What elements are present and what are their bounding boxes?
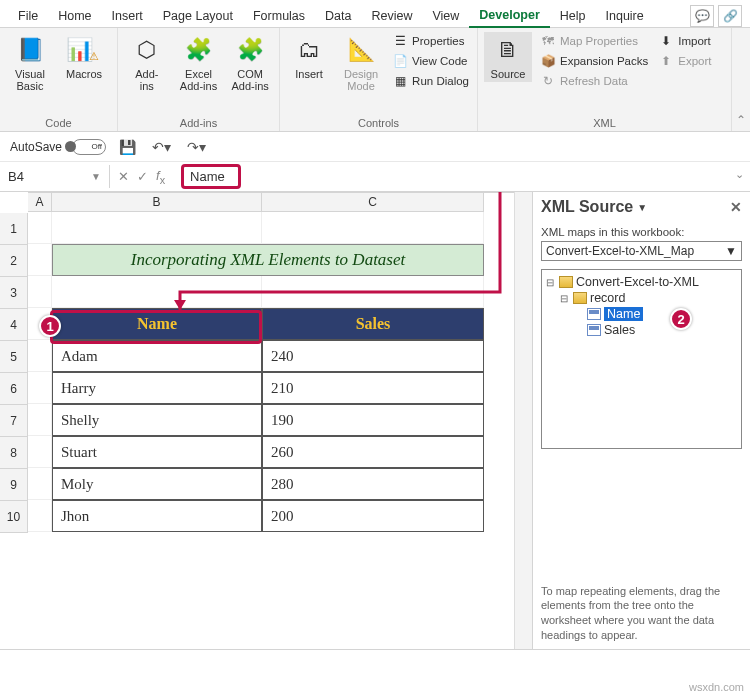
table-cell[interactable]: 200: [262, 500, 484, 532]
group-addins-label: Add-ins: [124, 115, 273, 129]
enter-formula-icon[interactable]: ✓: [137, 169, 148, 184]
addins-button[interactable]: ⬡Add- ins: [124, 32, 170, 94]
map-properties-button[interactable]: 🗺Map Properties: [538, 32, 650, 50]
tab-review[interactable]: Review: [361, 5, 422, 27]
callout-2: 2: [670, 308, 692, 330]
xml-source-pane: XML Source ▼✕ XML maps in this workbook:…: [532, 192, 750, 649]
collapse-ribbon-icon[interactable]: ⌃: [732, 28, 750, 131]
title-cell[interactable]: Incorporating XML Elements to Dataset: [52, 244, 484, 276]
macros-icon: 📊⚠: [68, 34, 100, 66]
tab-insert[interactable]: Insert: [102, 5, 153, 27]
callout-1: 1: [39, 315, 61, 337]
autosave-label: AutoSave: [10, 140, 62, 154]
tab-file[interactable]: File: [8, 5, 48, 27]
com-addins-button[interactable]: 🧩COM Add-ins: [227, 32, 273, 94]
row-header[interactable]: 4: [0, 309, 28, 341]
save-icon[interactable]: 💾: [116, 139, 139, 155]
formula-bar: B4 ▼ ✕ ✓ fx Name ⌄: [0, 162, 750, 192]
header-sales[interactable]: Sales: [262, 308, 484, 340]
close-icon[interactable]: ✕: [730, 199, 742, 215]
cancel-formula-icon[interactable]: ✕: [118, 169, 129, 184]
table-cell[interactable]: 190: [262, 404, 484, 436]
source-icon: 🗎: [492, 34, 524, 66]
export-icon: ⬆: [658, 53, 674, 69]
row-header[interactable]: 10: [0, 501, 28, 533]
row-header[interactable]: 3: [0, 277, 28, 309]
table-cell[interactable]: Harry: [52, 372, 262, 404]
tab-inquire[interactable]: Inquire: [596, 5, 654, 27]
quick-access-toolbar: AutoSave Off 💾 ↶▾ ↷▾: [0, 132, 750, 162]
redo-icon[interactable]: ↷▾: [184, 139, 209, 155]
table-cell[interactable]: Moly: [52, 468, 262, 500]
status-bar: [0, 649, 750, 679]
comments-icon[interactable]: 💬: [690, 5, 714, 27]
map-properties-icon: 🗺: [540, 33, 556, 49]
tab-home[interactable]: Home: [48, 5, 101, 27]
tab-help[interactable]: Help: [550, 5, 596, 27]
table-cell[interactable]: Stuart: [52, 436, 262, 468]
tab-page-layout[interactable]: Page Layout: [153, 5, 243, 27]
excel-addins-button[interactable]: 🧩Excel Add-ins: [176, 32, 222, 94]
fx-icon[interactable]: fx: [156, 168, 165, 186]
properties-button[interactable]: ☰Properties: [390, 32, 471, 50]
design-mode-icon: 📐: [345, 34, 377, 66]
export-button[interactable]: ⬆Export: [656, 52, 713, 70]
group-xml-label: XML: [484, 115, 725, 129]
chevron-down-icon: ▼: [725, 244, 737, 258]
name-box[interactable]: B4 ▼: [0, 165, 110, 188]
element-icon: [587, 324, 601, 336]
design-mode-button[interactable]: 📐Design Mode: [338, 32, 384, 94]
formula-input[interactable]: Name ⌄: [173, 162, 750, 191]
tab-developer[interactable]: Developer: [469, 4, 549, 28]
table-cell[interactable]: 240: [262, 340, 484, 372]
expansion-packs-button[interactable]: 📦Expansion Packs: [538, 52, 650, 70]
tab-data[interactable]: Data: [315, 5, 361, 27]
import-icon: ⬇: [658, 33, 674, 49]
tab-view[interactable]: View: [422, 5, 469, 27]
row-header[interactable]: 6: [0, 373, 28, 405]
xml-map-select[interactable]: Convert-Excel-to-XML_Map▼: [541, 241, 742, 261]
row-header[interactable]: 1: [0, 213, 28, 245]
col-header-b[interactable]: B: [52, 193, 262, 212]
com-addins-icon: 🧩: [234, 34, 266, 66]
undo-icon[interactable]: ↶▾: [149, 139, 174, 155]
folder-icon: [559, 276, 573, 288]
row-header[interactable]: 8: [0, 437, 28, 469]
worksheet[interactable]: A B C 1 2 3 4 5 6 7 8 9 10 Incorporating…: [0, 192, 514, 649]
expand-formula-icon[interactable]: ⌄: [735, 168, 744, 181]
col-header-a[interactable]: A: [28, 193, 52, 212]
table-cell[interactable]: Shelly: [52, 404, 262, 436]
tree-node-name[interactable]: Name: [574, 306, 737, 322]
properties-icon: ☰: [392, 33, 408, 49]
source-button[interactable]: 🗎Source: [484, 32, 532, 82]
row-header[interactable]: 5: [0, 341, 28, 373]
vertical-scrollbar[interactable]: [514, 192, 532, 649]
row-header[interactable]: 9: [0, 469, 28, 501]
table-cell[interactable]: Adam: [52, 340, 262, 372]
col-header-c[interactable]: C: [262, 193, 484, 212]
view-code-button[interactable]: 📄View Code: [390, 52, 471, 70]
view-code-icon: 📄: [392, 53, 408, 69]
row-header[interactable]: 7: [0, 405, 28, 437]
visual-basic-button[interactable]: 📘 Visual Basic: [6, 32, 54, 94]
table-cell[interactable]: 210: [262, 372, 484, 404]
import-button[interactable]: ⬇Import: [656, 32, 713, 50]
xml-tree[interactable]: ⊟Convert-Excel-to-XML ⊟record Name Sales…: [541, 269, 742, 449]
run-dialog-button[interactable]: ▦Run Dialog: [390, 72, 471, 90]
tab-formulas[interactable]: Formulas: [243, 5, 315, 27]
tree-node-sales[interactable]: Sales: [574, 322, 737, 338]
table-cell[interactable]: Jhon: [52, 500, 262, 532]
insert-control-button[interactable]: 🗂Insert: [286, 32, 332, 82]
header-name[interactable]: Name: [52, 308, 262, 340]
row-header[interactable]: 2: [0, 245, 28, 277]
ribbon: 📘 Visual Basic 📊⚠ Macros Code ⬡Add- ins …: [0, 28, 750, 132]
share-icon[interactable]: 🔗: [718, 5, 742, 27]
expansion-packs-icon: 📦: [540, 53, 556, 69]
table-cell[interactable]: 280: [262, 468, 484, 500]
chevron-down-icon[interactable]: ▼: [91, 171, 101, 182]
autosave-toggle[interactable]: Off: [72, 139, 106, 155]
refresh-data-button[interactable]: ↻Refresh Data: [538, 72, 650, 90]
macros-button[interactable]: 📊⚠ Macros: [60, 32, 108, 82]
element-icon: [587, 308, 601, 320]
table-cell[interactable]: 260: [262, 436, 484, 468]
